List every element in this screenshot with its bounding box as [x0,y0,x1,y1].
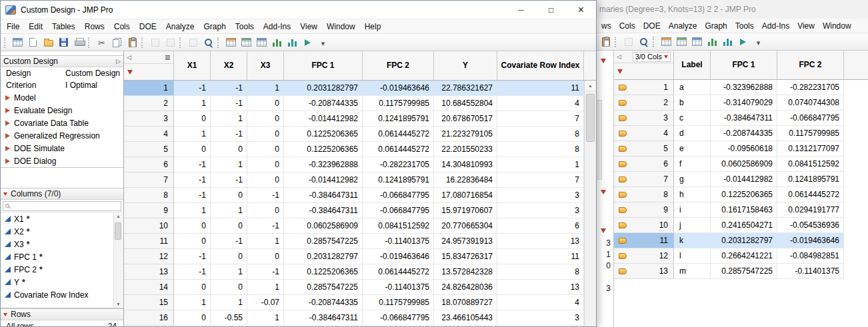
cell[interactable]: 1 [247,234,284,249]
cell[interactable]: 0.2857547225 [284,234,363,249]
cell[interactable]: 0.0841512592 [363,218,434,234]
column-list-icon[interactable]: ≣ [165,53,171,62]
column-header-x1[interactable]: X1 [174,51,211,80]
magnifier-tool-icon[interactable] [201,36,215,49]
cell[interactable]: 1 [247,310,284,326]
cell[interactable]: 0.0614445272 [363,142,434,157]
row-header[interactable]: 5 [614,141,674,157]
column-item-covariate-row-index[interactable]: Covariate Row Index [1,288,113,301]
cell[interactable]: b [674,95,711,111]
columns-panel-header[interactable]: Columns (7/0) [1,188,123,200]
cell[interactable]: 13 [497,234,584,249]
menu-item-doe[interactable]: DOE [135,21,161,33]
cell[interactable]: 1 [174,203,211,218]
outline-item-model[interactable]: Model [1,91,123,104]
row-header[interactable]: 4 [614,126,674,141]
cell[interactable]: 0.1225206365 [284,127,363,142]
cell[interactable]: -0.066847795 [363,188,434,203]
menu-item-add-ins[interactable]: Add-Ins [758,20,793,32]
row-number[interactable]: 7 [124,172,174,188]
cell[interactable]: 15.834726317 [434,249,497,264]
print-icon[interactable] [72,36,86,49]
column-item-y[interactable]: Y* [1,276,113,288]
menu-item-analyze[interactable]: Analyze [665,20,701,32]
menu-item-analyze[interactable]: Analyze [161,21,199,33]
cell[interactable]: 0 [174,234,211,249]
row-header[interactable]: 6 [614,157,674,172]
cell[interactable]: 1 [247,280,284,295]
cell[interactable]: -0.019463646 [363,81,434,96]
cell[interactable]: 0 [174,218,211,234]
cell[interactable]: -0.384647311 [284,203,363,218]
menu-item-graph[interactable]: Graph [701,20,731,32]
selection-tool-icon[interactable] [148,36,162,49]
cell[interactable]: 0.0614445272 [777,187,844,202]
red-triangle-icon[interactable] [5,133,10,139]
cell[interactable]: 0 [247,249,284,264]
column-header-x3[interactable]: X3 [247,51,284,80]
cell[interactable]: -0.066847795 [363,310,434,326]
cell[interactable]: 0 [247,127,284,142]
row-header[interactable]: 8 [614,187,674,202]
row-header[interactable]: 1 [614,80,674,95]
cell[interactable]: -0.014412982 [284,172,363,188]
column-item-x2[interactable]: X2* [1,225,113,238]
menu-item-tools[interactable]: Tools [731,20,758,32]
red-triangle-icon[interactable] [5,95,10,101]
cell[interactable]: 7 [497,172,584,188]
cell[interactable]: 1 [211,111,247,127]
cell[interactable]: -1 [174,264,211,280]
paste-icon[interactable] [599,35,613,48]
collapse-panel-icon[interactable]: ◁ [127,54,131,61]
run-script-icon[interactable] [736,35,750,48]
cell[interactable]: 17.080716854 [434,188,497,203]
menu-item-file[interactable]: File [2,21,24,33]
cell[interactable]: 0 [247,172,284,188]
cell[interactable]: -0.208744335 [711,126,777,141]
data-table-icon[interactable] [659,35,673,48]
menu-item-view[interactable]: View [793,20,819,32]
row-number[interactable]: 2 [124,96,174,111]
cell[interactable]: 0 [211,142,247,157]
cell[interactable]: 0 [174,111,211,127]
save-icon[interactable] [57,36,71,49]
cell[interactable]: 0.1617158463 [711,202,777,218]
row-number[interactable]: 13 [124,264,174,280]
cell[interactable]: -0.019463646 [777,233,844,248]
cell[interactable]: 3 [497,310,584,326]
cell[interactable]: -0.019463646 [363,249,434,264]
cell[interactable]: -1 [211,172,247,188]
left-table-scrollbar[interactable]: ▲ [584,81,596,326]
red-triangle-icon[interactable] [601,59,606,63]
cell[interactable]: -1 [247,264,284,280]
cell[interactable]: -1 [211,96,247,111]
cell[interactable]: h [674,187,711,202]
row-number[interactable]: 11 [124,234,174,249]
summary-table-icon[interactable] [239,36,253,49]
column-search-input[interactable] [3,201,121,211]
cell[interactable]: 0.1241895791 [777,172,844,187]
cell[interactable]: 11 [497,249,584,264]
column-header-fpc-1[interactable]: FPC 1 [284,51,363,80]
outline-item-doe-dialog[interactable]: DOE Dialog [1,155,123,167]
column-item-x3[interactable]: X3* [1,238,113,250]
row-header[interactable]: 3 [614,111,674,126]
row-number[interactable]: 3 [124,111,174,127]
cell[interactable]: -1 [174,81,211,96]
collapse-panel-icon[interactable]: ◁ [617,53,621,60]
menu-item-help[interactable]: Help [360,21,386,33]
summary-table-icon[interactable] [675,35,689,48]
outline-item-doe-simulate[interactable]: DOE Simulate [1,142,123,155]
column-header-y[interactable]: Y [434,51,497,80]
cell[interactable]: -0.282231705 [777,80,844,95]
cell[interactable]: -0.384647311 [284,310,363,326]
cell[interactable]: 0 [211,280,247,295]
cell[interactable]: -0.208744335 [284,96,363,111]
cell[interactable]: 22.201550233 [434,142,497,157]
cell[interactable]: -0.084982851 [777,248,844,264]
toolbar-overflow-icon[interactable] [316,36,330,49]
minimize-button[interactable]: ─ [506,1,536,19]
cell[interactable]: 18.070889727 [434,295,497,310]
scrollbar-thumb[interactable] [115,222,121,240]
red-triangle-icon[interactable] [601,228,606,233]
